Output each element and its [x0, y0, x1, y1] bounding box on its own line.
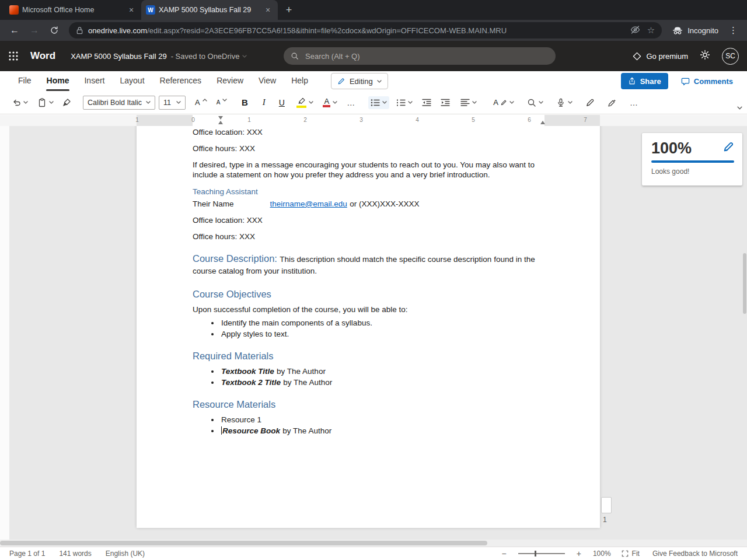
- numbered-list-button[interactable]: [394, 96, 415, 109]
- more-commands-button[interactable]: …: [627, 96, 641, 110]
- paste-button[interactable]: [35, 96, 56, 110]
- url-path: /edit.aspx?resid=2A3ECE96FB7CC5A6!158&it…: [147, 26, 507, 35]
- editing-mode-button[interactable]: Editing: [331, 73, 388, 89]
- vertical-scrollbar-thumb[interactable]: [743, 253, 746, 314]
- editor-button[interactable]: [583, 96, 597, 110]
- increase-indent-button[interactable]: [438, 96, 452, 109]
- auto-rewrite-button[interactable]: [605, 96, 619, 110]
- menu-home[interactable]: Home: [39, 71, 77, 91]
- share-icon: [628, 77, 636, 85]
- word-count[interactable]: 141 words: [59, 550, 91, 558]
- horizontal-scrollbar[interactable]: [0, 540, 747, 547]
- document-page[interactable]: Office location: XXX Office hours: XXX I…: [137, 126, 600, 528]
- menu-references[interactable]: References: [152, 71, 210, 91]
- page-count[interactable]: Page 1 of 1: [9, 550, 45, 558]
- editor-score: 100%: [651, 140, 722, 156]
- highlight-color-button[interactable]: [294, 95, 316, 110]
- incognito-hat-icon: [672, 26, 683, 35]
- chevron-down-icon: [146, 101, 151, 104]
- tab-close-icon[interactable]: ×: [126, 5, 137, 15]
- app-name[interactable]: Word: [30, 50, 55, 62]
- tab-close-icon[interactable]: ×: [263, 5, 273, 15]
- reload-icon[interactable]: [47, 23, 62, 38]
- editor-score-bar: [651, 160, 734, 163]
- search-bar[interactable]: [284, 47, 556, 65]
- zoom-in-button[interactable]: +: [573, 549, 585, 558]
- comment-bubble-icon: [681, 77, 690, 86]
- underline-button[interactable]: U: [276, 96, 287, 110]
- editor-score-card: 100% Looks good!: [642, 133, 742, 186]
- list-item: Identify the main components of a syllab…: [220, 318, 544, 328]
- ruler-number: 6: [528, 117, 531, 123]
- back-icon[interactable]: ←: [7, 23, 22, 38]
- font-name-select[interactable]: Calibri Bold Italic: [83, 96, 155, 110]
- right-indent-marker[interactable]: [540, 121, 545, 124]
- browser-address-bar: ← → onedrive.live.com/edit.aspx?resid=2A…: [0, 20, 747, 41]
- app-launcher-waffle-icon[interactable]: [0, 41, 27, 71]
- editor-pen-button[interactable]: [722, 141, 734, 155]
- decrease-indent-button[interactable]: [420, 96, 434, 109]
- browser-tab-office-home[interactable]: Microsoft Office Home ×: [5, 0, 141, 20]
- horizontal-scrollbar-thumb[interactable]: [0, 541, 487, 545]
- zoom-slider[interactable]: [518, 553, 565, 554]
- numbered-list-icon: [396, 99, 406, 107]
- list-item: Textbook Titleby The Author: [220, 366, 544, 376]
- forward-icon[interactable]: →: [27, 23, 42, 38]
- eye-blocked-icon[interactable]: [630, 25, 640, 36]
- url-bar[interactable]: onedrive.live.com/edit.aspx?resid=2A3ECE…: [69, 22, 662, 38]
- shrink-font-button[interactable]: A: [214, 97, 230, 108]
- fit-to-page-button[interactable]: Fit: [622, 550, 640, 558]
- go-premium-button[interactable]: Go premium: [633, 52, 688, 61]
- format-painter-button[interactable]: [60, 96, 74, 110]
- share-button[interactable]: Share: [621, 73, 668, 89]
- document-canvas: Office location: XXX Office hours: XXX I…: [0, 126, 747, 540]
- more-font-options-button[interactable]: …: [344, 96, 358, 110]
- clipboard-icon: [37, 98, 47, 107]
- paragraph: Their Nametheirname@email.eduor (XXX)XXX…: [193, 199, 544, 209]
- bookmark-star-icon[interactable]: ☆: [647, 25, 655, 36]
- menu-help[interactable]: Help: [284, 71, 316, 91]
- saved-status[interactable]: - Saved to OneDrive: [171, 52, 247, 61]
- italic-button[interactable]: I: [259, 95, 269, 110]
- ribbon-collapse-icon[interactable]: [737, 102, 742, 112]
- undo-button[interactable]: [9, 96, 30, 110]
- heading-course-description: Course Description:: [193, 253, 277, 264]
- new-tab-button[interactable]: +: [281, 2, 296, 18]
- bold-button[interactable]: B: [239, 95, 250, 110]
- dictate-button[interactable]: [554, 96, 575, 110]
- language-selector[interactable]: English (UK): [106, 550, 145, 558]
- settings-gear-icon[interactable]: [700, 50, 710, 62]
- alignment-button[interactable]: [458, 96, 479, 109]
- menu-file[interactable]: File: [11, 71, 39, 91]
- styles-button[interactable]: A: [491, 97, 516, 108]
- zoom-slider-thumb[interactable]: [535, 551, 536, 556]
- find-button[interactable]: [525, 96, 546, 110]
- document-title[interactable]: XAMP 5000 Syllabus Fall 29: [71, 52, 167, 61]
- zoom-out-button[interactable]: −: [498, 549, 510, 558]
- menu-view[interactable]: View: [251, 71, 284, 91]
- email-link[interactable]: theirname@email.edu: [270, 200, 347, 208]
- list-item: Textbook 2 Titleby The Author: [220, 377, 544, 387]
- menu-layout[interactable]: Layout: [112, 71, 152, 91]
- first-line-indent-marker[interactable]: [218, 116, 223, 120]
- account-avatar[interactable]: SC: [722, 48, 739, 65]
- site-info-lock-icon[interactable]: [76, 26, 83, 34]
- zoom-level[interactable]: 100%: [593, 550, 611, 558]
- feedback-link[interactable]: Give Feedback to Microsoft: [652, 550, 738, 558]
- menu-insert[interactable]: Insert: [76, 71, 112, 91]
- hanging-indent-marker[interactable]: [218, 121, 223, 124]
- bullet-list-button[interactable]: [368, 96, 389, 109]
- menu-review[interactable]: Review: [209, 71, 251, 91]
- browser-tab-syllabus[interactable]: W XAMP 5000 Syllabus Fall 29 ×: [141, 0, 278, 20]
- font-size-select[interactable]: 11: [159, 96, 186, 110]
- search-input[interactable]: [304, 51, 549, 61]
- heading-resource-materials: Resource Materials: [193, 398, 544, 410]
- ruler-number: 1: [247, 117, 251, 123]
- browser-menu-icon[interactable]: ⋮: [729, 25, 738, 36]
- grow-font-button[interactable]: A: [193, 97, 210, 108]
- incognito-label: Incognito: [687, 26, 718, 35]
- url-domain: onedrive.live.com: [88, 26, 147, 35]
- comments-button[interactable]: Comments: [678, 76, 736, 86]
- chevron-down-icon: [408, 101, 413, 104]
- font-color-button[interactable]: A: [320, 96, 340, 110]
